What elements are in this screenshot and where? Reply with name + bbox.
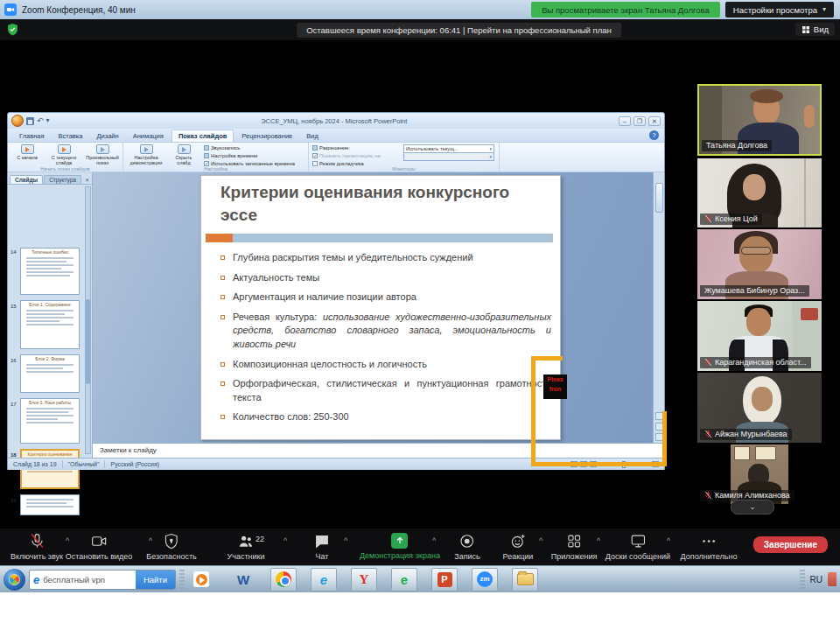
slide-thumbnail-19[interactable] bbox=[20, 494, 80, 515]
bullet-item: Речевая культура: использование художест… bbox=[220, 311, 551, 352]
person-glasses bbox=[741, 247, 771, 255]
save-icon[interactable] bbox=[26, 117, 34, 125]
chrome-icon bbox=[276, 571, 291, 587]
toolbar-item-more[interactable]: Дополнительно bbox=[681, 533, 738, 561]
ribbon-tab-home[interactable]: Главная bbox=[13, 130, 51, 142]
tray-partial-icon[interactable] bbox=[828, 572, 836, 586]
notes-pane[interactable]: Заметки к слайду bbox=[93, 443, 664, 458]
system-tray: RU bbox=[800, 570, 836, 589]
toolbar-item-chat[interactable]: Чат bbox=[314, 533, 331, 561]
view-settings-button[interactable]: Настройки просмотра ▾ bbox=[725, 2, 834, 18]
conference-time-banner[interactable]: Оставшееся время конференции: 06:41 | Пе… bbox=[297, 23, 621, 38]
end-meeting-button[interactable]: Завершение bbox=[753, 536, 828, 553]
ribbon-tab-animation[interactable]: Анимация bbox=[127, 130, 170, 142]
slide-thumbnail-17[interactable]: Блок 3. Язык работы bbox=[20, 398, 80, 444]
setup-slideshow-button[interactable]: Настройка демонстрации bbox=[127, 144, 165, 166]
start-button[interactable] bbox=[4, 569, 25, 591]
chevron-up-icon[interactable]: ^ bbox=[597, 536, 600, 545]
panel-scrollbar[interactable] bbox=[85, 186, 91, 454]
minimize-button[interactable]: – bbox=[619, 116, 631, 126]
ribbon-tab-slideshow[interactable]: Показ слайдов bbox=[172, 130, 234, 142]
toolbar-item-security[interactable]: Безопасность bbox=[146, 533, 196, 561]
chevron-up-icon[interactable]: ^ bbox=[539, 536, 542, 545]
chevron-up-icon[interactable]: ^ bbox=[344, 536, 347, 545]
taskbar-app-media-player[interactable] bbox=[188, 568, 214, 592]
participant-tile-4[interactable]: Карагандинская област... bbox=[697, 301, 822, 371]
camera-icon bbox=[90, 533, 107, 550]
undo-icon[interactable]: ↶ bbox=[37, 117, 44, 125]
slide-scrollbar-thumb[interactable] bbox=[655, 183, 663, 213]
custom-slideshow-button[interactable]: Произвольный показ bbox=[85, 144, 120, 166]
taskbar-app-internet-explorer[interactable]: e bbox=[311, 568, 337, 592]
toolbar-item-apps[interactable]: Приложения bbox=[551, 533, 598, 561]
panel-tab-slides[interactable]: Слайды bbox=[10, 175, 43, 184]
panel-close-icon[interactable]: ✕ bbox=[82, 177, 92, 184]
help-button[interactable]: ? bbox=[649, 130, 659, 140]
taskbar-app-explorer[interactable] bbox=[512, 568, 538, 592]
title-accent-blue bbox=[233, 234, 553, 242]
panel-tab-bar: Слайды Структура ✕ bbox=[8, 172, 92, 185]
hide-slide-button[interactable]: Скрыть слайд bbox=[169, 144, 199, 166]
annotation-tooltip-line2: fron bbox=[543, 384, 567, 394]
panel-scrollbar-thumb[interactable] bbox=[86, 299, 90, 384]
taskbar-app-zoom[interactable]: zm bbox=[472, 568, 498, 592]
ribbon-tab-design[interactable]: Дизайн bbox=[90, 130, 124, 142]
powerpoint-titlebar[interactable]: ↶ ▾ ЭССЕ_УМЦ, ноябрь 2024 - Microsoft Po… bbox=[8, 113, 664, 129]
participant-tile-6[interactable]: Камиля Алимханова bbox=[697, 444, 822, 504]
bullet-item: Орфографическая, стилистическая и пункту… bbox=[220, 377, 551, 404]
toolbar-item-share-screen[interactable]: Демонстрация экрана bbox=[360, 533, 440, 560]
taskbar-app-powerpoint[interactable]: P bbox=[431, 568, 458, 592]
search-button[interactable]: Найти bbox=[136, 570, 175, 590]
close-button[interactable]: ✕ bbox=[648, 116, 661, 126]
participant-tile-5[interactable]: Айжан Мурынбаева bbox=[697, 373, 822, 443]
record-narration-option[interactable]: Звукозапись bbox=[204, 145, 240, 150]
toolbar-item-record[interactable]: Запись bbox=[454, 533, 480, 561]
chevron-up-icon[interactable]: ^ bbox=[284, 536, 287, 545]
show-on-dropdown[interactable]: ▾ bbox=[403, 152, 494, 161]
taskbar-app-word[interactable]: W bbox=[230, 568, 256, 592]
slide-number: 15 bbox=[10, 304, 17, 309]
taskbar-app-green-e-browser[interactable]: e bbox=[391, 568, 417, 592]
participant-tile-3[interactable]: Жумашева Бибинур Ораз... bbox=[697, 229, 822, 299]
toolbar-item-unmute[interactable]: Включить звук bbox=[10, 533, 63, 561]
taskbar-app-yandex-browser[interactable]: Y bbox=[351, 568, 377, 592]
search-input[interactable]: бесплатный vpn bbox=[43, 575, 136, 584]
toolbar-item-reactions[interactable]: Реакции bbox=[503, 533, 534, 561]
participant-tile-1[interactable]: Татьяна Долгова bbox=[697, 84, 822, 156]
view-name: "Обычный" bbox=[68, 461, 100, 467]
maximize-button[interactable]: ❐ bbox=[634, 116, 646, 126]
participant-tile-2[interactable]: Ксения Цой bbox=[697, 158, 822, 228]
view-button[interactable]: Вид bbox=[795, 23, 835, 36]
slide-scrollbar[interactable] bbox=[653, 172, 664, 443]
tray-language[interactable]: RU bbox=[810, 575, 822, 584]
ribbon-tab-view[interactable]: Вид bbox=[300, 130, 325, 142]
from-beginning-button[interactable]: С начала bbox=[10, 144, 45, 160]
thumbnail-title: Блок 1. Содержание bbox=[24, 303, 76, 308]
play-from-start-icon bbox=[21, 144, 34, 154]
toolbar-item-whiteboards[interactable]: Доски сообщений bbox=[606, 533, 670, 561]
chevron-up-icon[interactable]: ^ bbox=[667, 536, 670, 545]
rehearse-timings-option[interactable]: Настройка времени bbox=[204, 153, 257, 158]
participant-name-label: Жумашева Бибинур Ораз... bbox=[700, 285, 809, 297]
slide-thumbnail-14[interactable]: Типичные ошибки bbox=[20, 248, 80, 295]
security-shield-icon[interactable] bbox=[7, 23, 18, 36]
slide-thumbnail-15[interactable]: Блок 1. Содержание bbox=[20, 300, 80, 349]
taskbar-search[interactable]: e бесплатный vpn Найти bbox=[29, 570, 176, 590]
slide-canvas[interactable]: Критерии оценивания конкурсного эссе Глу… bbox=[200, 175, 561, 440]
panel-tab-outline[interactable]: Структура bbox=[44, 175, 81, 184]
ribbon-tab-insert[interactable]: Вставка bbox=[52, 130, 89, 142]
bullet-marker-icon bbox=[220, 295, 225, 299]
participants-scroll-down-button[interactable]: ⌄ bbox=[731, 500, 774, 514]
office-button[interactable] bbox=[11, 115, 24, 127]
resolution-icon bbox=[312, 145, 318, 150]
slide-thumbnail-16[interactable]: Блок 2. Форма bbox=[20, 354, 80, 393]
language-indicator[interactable]: Русский (Россия) bbox=[110, 461, 159, 467]
chevron-up-icon[interactable]: ^ bbox=[432, 536, 436, 545]
quick-access-chevron-icon[interactable]: ▾ bbox=[46, 117, 50, 124]
toolbar-item-stop-video[interactable]: Остановить видео bbox=[66, 533, 133, 561]
from-current-slide-button[interactable]: С текущего слайда bbox=[46, 144, 81, 166]
muted-mic-icon bbox=[704, 430, 712, 438]
view-button-label: Вид bbox=[814, 24, 829, 34]
taskbar-app-chrome[interactable] bbox=[270, 568, 297, 592]
ribbon-tab-review[interactable]: Рецензирование bbox=[235, 130, 298, 142]
